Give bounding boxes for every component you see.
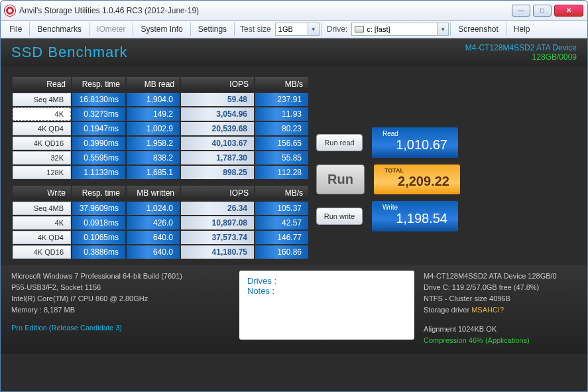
window-title: Anvil's Storage Utilities 1.0.46 RC3 (20…: [19, 6, 512, 15]
write-table: Write Resp. time MB written IOPS MB/s Se…: [11, 184, 310, 260]
cell-value: 112.28: [255, 166, 308, 179]
read-score-value: 1,010.67: [382, 137, 447, 153]
table-row: Seq 4MB37.9609ms1,024.026.34105.37: [13, 202, 308, 215]
drive-value[interactable]: c: [fast]: [351, 23, 438, 36]
drive-combo[interactable]: c: [fast] ▼: [351, 23, 449, 36]
table-row: 4K0.0918ms426.010,897.0842.57: [13, 216, 308, 229]
table-row: 4K QD160.3990ms1,958.240,103.67156.65: [13, 137, 308, 150]
cell-value: 37,573.74: [181, 231, 254, 244]
notes-notes-label: Notes :: [247, 286, 406, 296]
minimize-button[interactable]: —: [512, 5, 530, 17]
menu-screenshot[interactable]: Screenshot: [452, 22, 504, 36]
cell-value: 37.9609ms: [72, 202, 125, 215]
chevron-down-icon[interactable]: ▼: [308, 23, 320, 36]
cell-value: 59.48: [181, 93, 254, 106]
cell-value: 1,024.0: [127, 202, 180, 215]
cell-value: 41,180.75: [181, 245, 254, 259]
cell-value: 26.34: [181, 202, 254, 215]
sys-line: P55-USB3/F2, Socket 1156: [11, 282, 230, 293]
test-size-label: Test size: [236, 25, 275, 34]
system-info-block: Microsoft Windows 7 Professional 64-bit …: [11, 271, 230, 346]
edition-label: Pro Edition (Release Candidate 3): [11, 322, 122, 334]
col-mbs: MB/s: [255, 77, 308, 92]
cell-value: 237.91: [255, 93, 308, 106]
cell-value: 42.57: [255, 216, 308, 229]
row-label[interactable]: 4K QD4: [13, 122, 71, 135]
drive-icon: [355, 26, 364, 33]
cell-value: 0.1065ms: [72, 231, 125, 244]
drive-line: Storage driver MSAHCI?: [424, 304, 577, 316]
menu-help[interactable]: Help: [508, 22, 536, 36]
page-title: SSD Benchmark: [11, 44, 465, 61]
close-button[interactable]: ✕: [554, 5, 583, 17]
sys-line: Microsoft Windows 7 Professional 64-bit …: [11, 271, 230, 282]
test-size-value[interactable]: 1GB: [275, 23, 308, 36]
toolbar: File Benchmarks IOmeter System Info Sett…: [0, 20, 588, 38]
cell-value: 146.77: [255, 231, 308, 244]
col-resp-time: Resp. time: [72, 186, 125, 200]
notes-box[interactable]: Drives : Notes :: [239, 271, 414, 340]
write-title: Write: [13, 186, 71, 200]
row-label[interactable]: 4K QD16: [13, 137, 71, 150]
device-name: M4-CT128M4SSD2 ATA Device: [465, 43, 577, 52]
write-score-value: 1,198.54: [382, 211, 447, 226]
header-strip: SSD Benchmark M4-CT128M4SSD2 ATA Device …: [1, 38, 587, 66]
cell-value: 1,685.1: [127, 166, 180, 179]
cell-value: 105.37: [255, 202, 308, 215]
cell-value: 0.0918ms: [72, 216, 125, 229]
menu-file[interactable]: File: [3, 22, 28, 36]
device-capacity: 128GB/0009: [465, 52, 577, 62]
row-label[interactable]: 4K QD4: [13, 231, 71, 244]
table-row: 128K1.1133ms1,685.1898.25112.28: [13, 166, 308, 179]
drive-line: NTFS - Cluster size 4096B: [424, 293, 577, 304]
cell-value: 0.1947ms: [72, 122, 125, 135]
write-score-label: Write: [382, 204, 447, 211]
sys-line: Intel(R) Core(TM) i7 CPU 860 @ 2.80GHz: [11, 293, 230, 304]
cell-value: 40,103.67: [181, 137, 254, 150]
row-label[interactable]: 4K QD16: [13, 245, 71, 259]
run-read-button[interactable]: Run read: [316, 134, 363, 151]
cell-value: 640.0: [127, 245, 180, 259]
col-mb-read: MB read: [127, 77, 180, 92]
cell-value: 898.25: [181, 166, 254, 179]
cell-value: 1,787.30: [181, 151, 254, 164]
row-label[interactable]: 32K: [13, 151, 71, 164]
total-score-box: TOTAL 2,209.22: [374, 164, 460, 194]
total-score-label: TOTAL: [384, 167, 449, 174]
menu-benchmarks[interactable]: Benchmarks: [31, 22, 88, 36]
device-info: M4-CT128M4SSD2 ATA Device 128GB/0009: [465, 43, 577, 62]
menu-system-info[interactable]: System Info: [135, 22, 188, 36]
cell-value: 838.2: [127, 151, 180, 164]
sys-line: Memory : 8,187 MB: [11, 304, 230, 316]
side-panel: Run read Read 1,010.67 Run TOTAL 2,209.2…: [316, 76, 577, 260]
cell-value: 10,897.08: [181, 216, 254, 229]
menu-settings[interactable]: Settings: [192, 22, 233, 36]
cell-value: 426.0: [127, 216, 180, 229]
read-title: Read: [13, 77, 71, 92]
col-iops: IOPS: [181, 186, 254, 200]
row-label[interactable]: Seq 4MB: [13, 93, 71, 106]
cell-value: 1.1133ms: [72, 166, 125, 179]
run-button[interactable]: Run: [316, 164, 365, 194]
row-label[interactable]: 4K: [13, 107, 71, 121]
footer: Microsoft Windows 7 Professional 64-bit …: [1, 265, 587, 354]
chevron-down-icon[interactable]: ▼: [438, 23, 449, 36]
row-label[interactable]: 128K: [13, 166, 71, 179]
drive-line: Drive C: 119.2/57.0GB free (47.8%): [424, 282, 577, 293]
drive-info-block: M4-CT128M4SSD2 ATA Device 128GB/0 Drive …: [424, 271, 577, 346]
row-label[interactable]: Seq 4MB: [13, 202, 71, 215]
maximize-button[interactable]: □: [533, 5, 552, 17]
cell-value: 3,054.96: [181, 107, 254, 121]
test-size-combo[interactable]: 1GB ▼: [275, 23, 320, 36]
cell-value: 20,539.68: [181, 122, 254, 135]
run-write-button[interactable]: Run write: [316, 208, 363, 225]
menu-iometer[interactable]: IOmeter: [91, 22, 131, 36]
drive-line: Compression 46% (Applications): [424, 335, 577, 346]
row-label[interactable]: 4K: [13, 216, 71, 229]
notes-drives-label: Drives :: [247, 276, 406, 286]
cell-value: 0.3990ms: [72, 137, 125, 150]
total-score-value: 2,209.22: [384, 174, 449, 189]
cell-value: 11.93: [255, 107, 308, 121]
cell-value: 640.0: [127, 231, 180, 244]
cell-value: 0.5595ms: [72, 151, 125, 164]
